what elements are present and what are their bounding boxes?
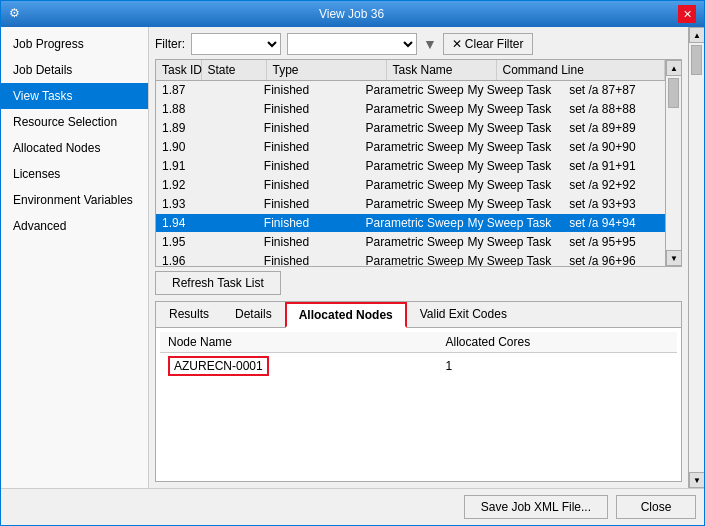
bottom-table-container: Node Name Allocated Cores AZURECN-00011 [156,328,681,481]
task-cell-type: Parametric Sweep [360,81,462,100]
sidebar-item-environment-variables[interactable]: Environment Variables [1,187,148,213]
task-cell-name: My Sweep Task [461,100,563,119]
filter-bar: Filter: ▼ ✕ Clear Filter [155,33,682,55]
col-task-id: Task ID [156,60,201,81]
tab-allocated-nodes[interactable]: Allocated Nodes [285,302,407,328]
table-row[interactable]: 1.93FinishedParametric SweepMy Sweep Tas… [156,195,665,214]
task-cell-cmd: set /a 94+94 [563,214,665,233]
title-bar: ⚙ View Job 36 ✕ [1,1,704,27]
task-cell-type: Parametric Sweep [360,252,462,266]
filter-dropdown[interactable] [191,33,281,55]
task-cell-name: My Sweep Task [461,81,563,100]
sidebar-item-advanced[interactable]: Advanced [1,213,148,239]
task-cell-cmd: set /a 95+95 [563,233,665,252]
table-row[interactable]: 1.95FinishedParametric SweepMy Sweep Tas… [156,233,665,252]
task-cell-state: Finished [258,138,360,157]
task-cell-name: My Sweep Task [461,252,563,266]
task-cell-type: Parametric Sweep [360,176,462,195]
task-cell-name: My Sweep Task [461,233,563,252]
clear-filter-x-icon: ✕ [452,37,462,51]
filter-icon: ▼ [423,36,437,52]
close-button[interactable]: Close [616,495,696,519]
table-row[interactable]: 1.96FinishedParametric SweepMy Sweep Tas… [156,252,665,266]
main-window: ⚙ View Job 36 ✕ Job ProgressJob DetailsV… [0,0,705,526]
task-cell-id: 1.93 [156,195,258,214]
task-cell-name: My Sweep Task [461,176,563,195]
sidebar-item-resource-selection[interactable]: Resource Selection [1,109,148,135]
task-cell-id: 1.88 [156,100,258,119]
tasks-scrollbar[interactable]: ▲ ▼ [665,60,681,266]
task-cell-cmd: set /a 92+92 [563,176,665,195]
task-cell-type: Parametric Sweep [360,195,462,214]
task-cell-cmd: set /a 89+89 [563,119,665,138]
sidebar-item-job-details[interactable]: Job Details [1,57,148,83]
main-scrollbar[interactable]: ▲ ▼ [688,27,704,488]
task-cell-state: Finished [258,100,360,119]
table-header-row: Task ID State Type Task Name Command Lin… [156,60,665,81]
task-cell-id: 1.95 [156,233,258,252]
task-cell-state: Finished [258,81,360,100]
table-row[interactable]: 1.94FinishedParametric SweepMy Sweep Tas… [156,214,665,233]
sidebar-item-view-tasks[interactable]: View Tasks [1,83,148,109]
table-row[interactable]: 1.90FinishedParametric SweepMy Sweep Tas… [156,138,665,157]
tab-valid-exit-codes[interactable]: Valid Exit Codes [407,302,520,328]
task-cell-type: Parametric Sweep [360,233,462,252]
filter-label: Filter: [155,37,185,51]
task-cell-state: Finished [258,157,360,176]
task-cell-type: Parametric Sweep [360,138,462,157]
bottom-panel: ResultsDetailsAllocated NodesValid Exit … [155,301,682,482]
main-scroll-up[interactable]: ▲ [689,27,704,43]
refresh-task-list-button[interactable]: Refresh Task List [155,271,281,295]
node-name-highlighted: AZURECN-0001 [168,356,269,376]
task-cell-name: My Sweep Task [461,195,563,214]
task-cell-type: Parametric Sweep [360,214,462,233]
table-row[interactable]: 1.89FinishedParametric SweepMy Sweep Tas… [156,119,665,138]
task-cell-state: Finished [258,214,360,233]
task-cell-name: My Sweep Task [461,214,563,233]
col-type: Type [266,60,386,81]
scroll-up-arrow[interactable]: ▲ [666,60,682,76]
sidebar-item-licenses[interactable]: Licenses [1,161,148,187]
task-cell-id: 1.94 [156,214,258,233]
allocated-node-row: AZURECN-00011 [160,353,677,380]
table-row[interactable]: 1.91FinishedParametric SweepMy Sweep Tas… [156,157,665,176]
task-cell-state: Finished [258,252,360,266]
save-job-xml-button[interactable]: Save Job XML File... [464,495,608,519]
task-cell-id: 1.90 [156,138,258,157]
table-row[interactable]: 1.87FinishedParametric SweepMy Sweep Tas… [156,81,665,100]
task-cell-cmd: set /a 91+91 [563,157,665,176]
table-row[interactable]: 1.88FinishedParametric SweepMy Sweep Tas… [156,100,665,119]
col-state: State [201,60,266,81]
task-cell-type: Parametric Sweep [360,119,462,138]
main-scroll-down[interactable]: ▼ [689,472,704,488]
main-content: Job ProgressJob DetailsView TasksResourc… [1,27,704,488]
sidebar-item-allocated-nodes[interactable]: Allocated Nodes [1,135,148,161]
clear-filter-button[interactable]: ✕ Clear Filter [443,33,533,55]
task-cell-type: Parametric Sweep [360,157,462,176]
allocated-nodes-header-row: Node Name Allocated Cores [160,332,677,353]
tab-details[interactable]: Details [222,302,285,328]
col-task-name: Task Name [386,60,496,81]
col-command-line: Command Line [496,60,665,81]
tasks-table-container: Task ID State Type Task Name Command Lin… [155,59,682,267]
sidebar-item-job-progress[interactable]: Job Progress [1,31,148,57]
close-window-button[interactable]: ✕ [678,5,696,23]
task-cell-state: Finished [258,195,360,214]
task-cell-state: Finished [258,119,360,138]
scroll-down-arrow[interactable]: ▼ [666,250,682,266]
task-cell-type: Parametric Sweep [360,100,462,119]
scroll-thumb[interactable] [668,78,679,108]
window-icon: ⚙ [9,6,25,22]
task-cell-id: 1.91 [156,157,258,176]
task-cell-id: 1.96 [156,252,258,266]
task-cell-id: 1.92 [156,176,258,195]
allocated-nodes-table: Node Name Allocated Cores AZURECN-00011 [160,332,677,379]
tab-results[interactable]: Results [156,302,222,328]
col-allocated-cores: Allocated Cores [438,332,678,353]
table-row[interactable]: 1.92FinishedParametric SweepMy Sweep Tas… [156,176,665,195]
task-cell-cmd: set /a 88+88 [563,100,665,119]
allocated-cores-cell: 1 [438,353,678,380]
main-scroll-thumb[interactable] [691,45,702,75]
task-cell-id: 1.87 [156,81,258,100]
filter-value-dropdown[interactable] [287,33,417,55]
